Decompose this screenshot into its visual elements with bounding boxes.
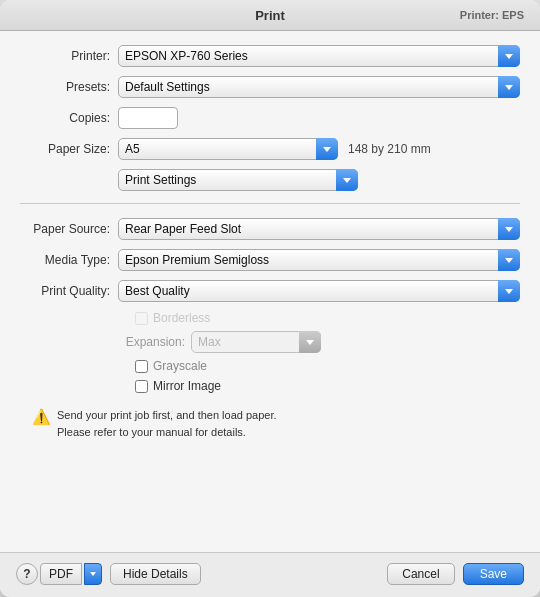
paper-size-note: 148 by 210 mm [348,142,431,156]
dialog-content: Printer: EPSON XP-760 Series Presets: De… [0,31,540,552]
footer-right: Cancel Save [387,563,524,585]
paper-size-field-label: Paper Size: [20,142,110,156]
paper-size-select[interactable]: A5 [118,138,338,160]
borderless-checkbox[interactable] [135,312,148,325]
print-dialog: Print Printer: EPS Printer: EPSON XP-760… [0,0,540,597]
media-type-field-label: Media Type: [20,253,110,267]
warning-row: ⚠️ Send your print job first, and then l… [20,403,520,444]
printer-select[interactable]: EPSON XP-760 Series [118,45,520,67]
expansion-select-wrap: Max [191,331,321,353]
presets-select-wrap: Default Settings [118,76,520,98]
settings-section: Paper Source: Rear Paper Feed Slot Media… [20,214,520,393]
printer-select-wrap: EPSON XP-760 Series [118,45,520,67]
pdf-button[interactable]: PDF [40,563,82,585]
footer-left: ? PDF Hide Details [16,563,201,585]
mirror-image-row: Mirror Image [20,379,520,393]
expansion-row: Expansion: Max [20,331,520,353]
footer: ? PDF Hide Details Cancel Save [0,552,540,597]
warning-icon: ⚠️ [32,408,51,426]
print-settings-select[interactable]: Print Settings [118,169,358,191]
borderless-label: Borderless [153,311,210,325]
paper-size-select-wrap: A5 [118,138,338,160]
print-quality-select-wrap: Best Quality [118,280,520,302]
expansion-select[interactable]: Max [191,331,321,353]
divider [20,203,520,204]
presets-row: Presets: Default Settings [20,76,520,98]
grayscale-label: Grayscale [153,359,207,373]
print-settings-select-wrap: Print Settings [118,169,358,191]
pdf-dropdown-button[interactable] [84,563,102,585]
grayscale-row: Grayscale [20,359,520,373]
paper-source-field-label: Paper Source: [20,222,110,236]
dialog-title: Print [255,8,285,23]
print-quality-select[interactable]: Best Quality [118,280,520,302]
paper-source-select[interactable]: Rear Paper Feed Slot [118,218,520,240]
media-type-row: Media Type: Epson Premium Semigloss [20,249,520,271]
paper-source-select-wrap: Rear Paper Feed Slot [118,218,520,240]
paper-size-row: Paper Size: A5 148 by 210 mm [20,138,520,160]
print-quality-row: Print Quality: Best Quality [20,280,520,302]
media-type-select[interactable]: Epson Premium Semigloss [118,249,520,271]
help-button[interactable]: ? [16,563,38,585]
paper-source-row: Paper Source: Rear Paper Feed Slot [20,218,520,240]
printer-header-label: Printer: EPS [460,9,524,21]
borderless-row: Borderless [20,311,520,325]
copies-input[interactable]: 1 [118,107,178,129]
mirror-image-checkbox[interactable] [135,380,148,393]
presets-select[interactable]: Default Settings [118,76,520,98]
warning-text: Send your print job first, and then load… [57,407,277,440]
grayscale-checkbox[interactable] [135,360,148,373]
copies-row: Copies: 1 [20,107,520,129]
presets-field-label: Presets: [20,80,110,94]
print-quality-field-label: Print Quality: [20,284,110,298]
expansion-field-label: Expansion: [105,335,185,349]
hide-details-button[interactable]: Hide Details [110,563,201,585]
mirror-image-label: Mirror Image [153,379,221,393]
cancel-button[interactable]: Cancel [387,563,454,585]
printer-row: Printer: EPSON XP-760 Series [20,45,520,67]
copies-field-label: Copies: [20,111,110,125]
title-bar: Print Printer: EPS [0,0,540,31]
printer-field-label: Printer: [20,49,110,63]
print-settings-row: Print Settings [20,169,520,191]
save-button[interactable]: Save [463,563,524,585]
media-type-select-wrap: Epson Premium Semigloss [118,249,520,271]
